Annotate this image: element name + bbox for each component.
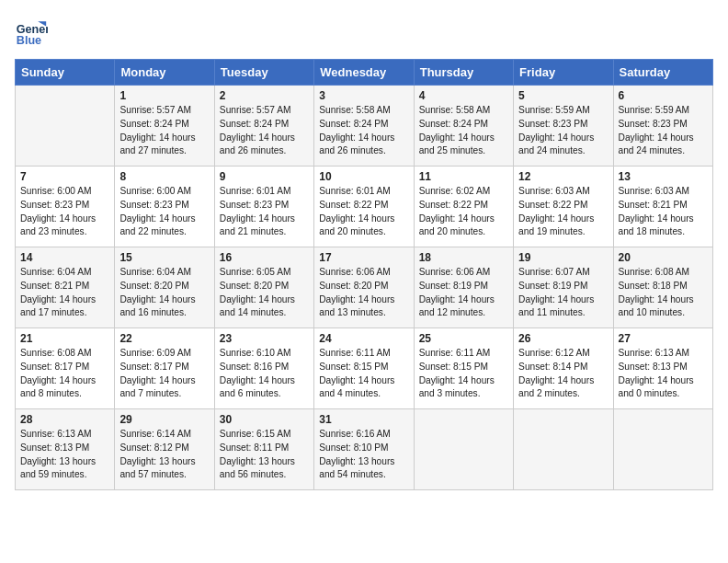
day-number: 24 (319, 332, 408, 345)
calendar-cell: 19Sunrise: 6:07 AM Sunset: 8:19 PM Dayli… (514, 247, 613, 328)
weekday-header: Wednesday (314, 60, 414, 86)
calendar-cell: 8Sunrise: 6:00 AM Sunset: 8:23 PM Daylig… (115, 167, 214, 247)
weekday-header: Tuesday (214, 60, 313, 86)
day-number: 7 (20, 170, 109, 183)
calendar-week-row: 7Sunrise: 6:00 AM Sunset: 8:23 PM Daylig… (16, 167, 713, 247)
day-content: Sunrise: 5:58 AM Sunset: 8:24 PM Dayligh… (319, 104, 408, 158)
weekday-header: Sunday (16, 60, 115, 86)
calendar-cell: 21Sunrise: 6:08 AM Sunset: 8:17 PM Dayli… (16, 328, 115, 409)
calendar-cell: 4Sunrise: 5:58 AM Sunset: 8:24 PM Daylig… (414, 86, 513, 167)
day-content: Sunrise: 6:01 AM Sunset: 8:23 PM Dayligh… (220, 185, 309, 239)
calendar-table: SundayMondayTuesdayWednesdayThursdayFrid… (15, 59, 713, 490)
day-number: 17 (319, 251, 408, 264)
day-content: Sunrise: 5:59 AM Sunset: 8:23 PM Dayligh… (518, 104, 608, 158)
day-content: Sunrise: 6:09 AM Sunset: 8:17 PM Dayligh… (119, 347, 209, 401)
calendar-cell: 18Sunrise: 6:06 AM Sunset: 8:19 PM Dayli… (414, 247, 513, 328)
calendar-cell: 20Sunrise: 6:08 AM Sunset: 8:18 PM Dayli… (613, 247, 712, 328)
day-number: 3 (319, 89, 408, 102)
day-content: Sunrise: 6:03 AM Sunset: 8:22 PM Dayligh… (518, 185, 608, 239)
day-number: 26 (518, 332, 608, 345)
day-number: 10 (319, 170, 408, 183)
day-content: Sunrise: 6:02 AM Sunset: 8:22 PM Dayligh… (419, 185, 508, 239)
calendar-cell: 2Sunrise: 5:57 AM Sunset: 8:24 PM Daylig… (214, 86, 313, 167)
svg-text:Blue: Blue (17, 34, 41, 47)
day-number: 8 (119, 170, 209, 183)
day-content: Sunrise: 6:08 AM Sunset: 8:18 PM Dayligh… (619, 266, 708, 320)
day-number: 29 (119, 413, 209, 426)
day-number: 30 (220, 413, 309, 426)
weekday-header: Saturday (613, 60, 712, 86)
weekday-header: Thursday (414, 60, 513, 86)
day-content: Sunrise: 6:04 AM Sunset: 8:21 PM Dayligh… (20, 266, 109, 320)
day-content: Sunrise: 6:14 AM Sunset: 8:12 PM Dayligh… (119, 428, 209, 482)
day-content: Sunrise: 6:15 AM Sunset: 8:11 PM Dayligh… (220, 428, 309, 482)
day-number: 5 (518, 89, 608, 102)
day-content: Sunrise: 6:10 AM Sunset: 8:16 PM Dayligh… (220, 347, 309, 401)
calendar-cell: 29Sunrise: 6:14 AM Sunset: 8:12 PM Dayli… (115, 409, 214, 490)
day-number: 15 (119, 251, 209, 264)
calendar-cell: 27Sunrise: 6:13 AM Sunset: 8:13 PM Dayli… (613, 328, 712, 409)
day-number: 12 (518, 170, 608, 183)
day-content: Sunrise: 6:16 AM Sunset: 8:10 PM Dayligh… (319, 428, 408, 482)
calendar-cell: 1Sunrise: 5:57 AM Sunset: 8:24 PM Daylig… (115, 86, 214, 167)
calendar-cell: 5Sunrise: 5:59 AM Sunset: 8:23 PM Daylig… (514, 86, 613, 167)
logo-icon: General Blue (15, 15, 48, 48)
day-number: 21 (20, 332, 109, 345)
calendar-cell: 11Sunrise: 6:02 AM Sunset: 8:22 PM Dayli… (414, 167, 513, 247)
day-content: Sunrise: 6:06 AM Sunset: 8:19 PM Dayligh… (419, 266, 508, 320)
day-content: Sunrise: 6:12 AM Sunset: 8:14 PM Dayligh… (518, 347, 608, 401)
calendar-cell: 9Sunrise: 6:01 AM Sunset: 8:23 PM Daylig… (214, 167, 313, 247)
calendar-cell (613, 409, 712, 490)
day-content: Sunrise: 6:00 AM Sunset: 8:23 PM Dayligh… (119, 185, 209, 239)
day-number: 31 (319, 413, 408, 426)
day-content: Sunrise: 6:11 AM Sunset: 8:15 PM Dayligh… (319, 347, 408, 401)
day-content: Sunrise: 6:06 AM Sunset: 8:20 PM Dayligh… (319, 266, 408, 320)
calendar-cell: 31Sunrise: 6:16 AM Sunset: 8:10 PM Dayli… (314, 409, 414, 490)
calendar-cell: 23Sunrise: 6:10 AM Sunset: 8:16 PM Dayli… (214, 328, 313, 409)
calendar-cell: 15Sunrise: 6:04 AM Sunset: 8:20 PM Dayli… (115, 247, 214, 328)
calendar-cell: 6Sunrise: 5:59 AM Sunset: 8:23 PM Daylig… (613, 86, 712, 167)
calendar-cell: 14Sunrise: 6:04 AM Sunset: 8:21 PM Dayli… (16, 247, 115, 328)
day-content: Sunrise: 6:03 AM Sunset: 8:21 PM Dayligh… (619, 185, 708, 239)
day-content: Sunrise: 5:57 AM Sunset: 8:24 PM Dayligh… (220, 104, 309, 158)
calendar-cell: 22Sunrise: 6:09 AM Sunset: 8:17 PM Dayli… (115, 328, 214, 409)
calendar-week-row: 21Sunrise: 6:08 AM Sunset: 8:17 PM Dayli… (16, 328, 713, 409)
day-content: Sunrise: 5:57 AM Sunset: 8:24 PM Dayligh… (119, 104, 209, 158)
calendar-cell: 28Sunrise: 6:13 AM Sunset: 8:13 PM Dayli… (16, 409, 115, 490)
day-number: 23 (220, 332, 309, 345)
calendar-cell: 30Sunrise: 6:15 AM Sunset: 8:11 PM Dayli… (214, 409, 313, 490)
day-content: Sunrise: 6:07 AM Sunset: 8:19 PM Dayligh… (518, 266, 608, 320)
day-number: 18 (419, 251, 508, 264)
day-number: 25 (419, 332, 508, 345)
calendar-week-row: 1Sunrise: 5:57 AM Sunset: 8:24 PM Daylig… (16, 86, 713, 167)
day-number: 4 (419, 89, 508, 102)
day-number: 13 (619, 170, 708, 183)
calendar-cell (414, 409, 513, 490)
day-number: 19 (518, 251, 608, 264)
page-header: General Blue (15, 15, 713, 48)
calendar-cell (514, 409, 613, 490)
calendar-cell: 13Sunrise: 6:03 AM Sunset: 8:21 PM Dayli… (613, 167, 712, 247)
day-number: 6 (619, 89, 708, 102)
day-content: Sunrise: 5:58 AM Sunset: 8:24 PM Dayligh… (419, 104, 508, 158)
day-number: 1 (119, 89, 209, 102)
day-number: 14 (20, 251, 109, 264)
day-number: 11 (419, 170, 508, 183)
calendar-cell: 3Sunrise: 5:58 AM Sunset: 8:24 PM Daylig… (314, 86, 414, 167)
day-content: Sunrise: 6:13 AM Sunset: 8:13 PM Dayligh… (619, 347, 708, 401)
day-content: Sunrise: 6:13 AM Sunset: 8:13 PM Dayligh… (20, 428, 109, 482)
day-number: 9 (220, 170, 309, 183)
calendar-week-row: 28Sunrise: 6:13 AM Sunset: 8:13 PM Dayli… (16, 409, 713, 490)
day-content: Sunrise: 6:04 AM Sunset: 8:20 PM Dayligh… (119, 266, 209, 320)
day-content: Sunrise: 5:59 AM Sunset: 8:23 PM Dayligh… (619, 104, 708, 158)
calendar-cell: 26Sunrise: 6:12 AM Sunset: 8:14 PM Dayli… (514, 328, 613, 409)
logo: General Blue (15, 15, 51, 48)
calendar-cell: 12Sunrise: 6:03 AM Sunset: 8:22 PM Dayli… (514, 167, 613, 247)
weekday-header: Monday (115, 60, 214, 86)
day-content: Sunrise: 6:00 AM Sunset: 8:23 PM Dayligh… (20, 185, 109, 239)
day-number: 2 (220, 89, 309, 102)
calendar-cell: 10Sunrise: 6:01 AM Sunset: 8:22 PM Dayli… (314, 167, 414, 247)
day-content: Sunrise: 6:08 AM Sunset: 8:17 PM Dayligh… (20, 347, 109, 401)
weekday-header-row: SundayMondayTuesdayWednesdayThursdayFrid… (16, 60, 713, 86)
day-number: 28 (20, 413, 109, 426)
